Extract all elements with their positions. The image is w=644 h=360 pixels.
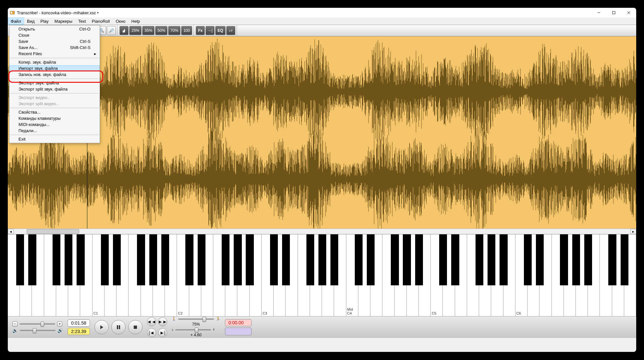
speed-35[interactable]: 35%: [142, 26, 155, 35]
speed-25[interactable]: 25%: [129, 26, 142, 35]
piano-keyboard[interactable]: C1C2C3MidC4C5C6: [8, 234, 636, 316]
white-key[interactable]: [322, 234, 334, 316]
white-key[interactable]: [564, 234, 576, 316]
menu-help[interactable]: Help: [129, 18, 143, 25]
speed-70[interactable]: 70%: [168, 26, 180, 35]
white-key[interactable]: [612, 234, 624, 316]
menu-window[interactable]: Окно: [113, 18, 128, 25]
skip-back-button[interactable]: |◄: [147, 328, 156, 337]
white-key[interactable]: [20, 234, 32, 316]
play-button[interactable]: [94, 320, 109, 334]
loop-icon[interactable]: →|: [205, 26, 215, 35]
white-key[interactable]: [129, 234, 141, 316]
white-key[interactable]: [201, 234, 213, 316]
white-key[interactable]: [491, 234, 503, 316]
menu-save-as[interactable]: Save As...Shift-Ctrl-S: [9, 44, 100, 51]
white-key[interactable]: [527, 234, 539, 316]
skip-fwd-button[interactable]: ►|: [158, 328, 167, 337]
menu-close[interactable]: Close: [9, 32, 100, 38]
scroll-thumb[interactable]: [27, 229, 79, 234]
menu-text[interactable]: Text: [75, 18, 89, 25]
white-key[interactable]: [274, 234, 286, 316]
white-key[interactable]: [539, 234, 551, 316]
white-key[interactable]: [250, 234, 262, 316]
white-key[interactable]: [467, 234, 479, 316]
run-icon[interactable]: [119, 26, 129, 35]
white-key[interactable]: [165, 234, 177, 316]
minimize-button[interactable]: [591, 8, 606, 18]
white-key[interactable]: [298, 234, 310, 316]
menu-record-audio[interactable]: Запись нов. звук. файла: [9, 71, 100, 78]
menu-pedals[interactable]: Педали...: [9, 128, 100, 134]
menu-file[interactable]: Файл: [8, 18, 24, 25]
menu-properties[interactable]: Свойства...: [9, 109, 100, 115]
white-key[interactable]: [189, 234, 201, 316]
scroll-left-icon[interactable]: ◄: [8, 229, 14, 234]
close-button[interactable]: [621, 8, 636, 18]
white-key[interactable]: [370, 234, 382, 316]
white-key[interactable]: [443, 234, 455, 316]
waveform-display[interactable]: [8, 36, 636, 229]
white-key[interactable]: [44, 234, 56, 316]
stop-button[interactable]: [128, 320, 142, 334]
white-key[interactable]: [117, 234, 129, 316]
menu-play[interactable]: Play: [38, 18, 52, 25]
waveform-hscroll[interactable]: ◄ ►: [8, 229, 636, 234]
menu-view[interactable]: Вид: [24, 18, 38, 25]
menu-export-split-audio[interactable]: Экспорт split звук. файла: [9, 86, 100, 92]
speed-50[interactable]: 50%: [155, 26, 167, 35]
pause-button[interactable]: [111, 320, 126, 334]
speed-slider[interactable]: 🚶 🏃: [172, 317, 220, 321]
white-key[interactable]: [225, 234, 237, 316]
white-key[interactable]: [153, 234, 165, 316]
menu-open[interactable]: ОткрытьCtrl-O: [9, 26, 100, 32]
volume-slider[interactable]: 🔈 🔊: [12, 328, 63, 333]
scroll-right-icon[interactable]: ►: [630, 229, 636, 234]
menu-copy-audio[interactable]: Копир. звук. файла: [9, 59, 100, 65]
white-key[interactable]: [588, 234, 600, 316]
white-key[interactable]: [479, 234, 491, 316]
white-key[interactable]: [237, 234, 249, 316]
fastforward-button[interactable]: ►►: [158, 317, 167, 326]
menu-save[interactable]: SaveCtrl-S: [9, 38, 100, 44]
white-key[interactable]: [419, 234, 431, 316]
white-key[interactable]: [334, 234, 346, 316]
fx-button[interactable]: Fx: [196, 26, 205, 35]
zoom-out-icon[interactable]: 🔎: [107, 26, 116, 35]
white-key[interactable]: [407, 234, 419, 316]
white-key[interactable]: [68, 234, 80, 316]
white-key[interactable]: [32, 234, 44, 316]
zoom-slider[interactable]: − +: [12, 321, 63, 327]
white-key[interactable]: [624, 234, 636, 316]
menu-import-audio[interactable]: Импорт звук. файла: [9, 65, 100, 71]
white-key[interactable]: [395, 234, 407, 316]
white-key[interactable]: [358, 234, 370, 316]
white-key[interactable]: [105, 234, 117, 316]
menu-keyboard-cmds[interactable]: Команды клавиатуры: [9, 115, 100, 121]
white-key[interactable]: MidC4: [346, 234, 358, 316]
white-key[interactable]: [213, 234, 225, 316]
white-key[interactable]: [80, 234, 92, 316]
white-key[interactable]: [552, 234, 564, 316]
pitch-slider[interactable]: ♭ ♯: [172, 328, 220, 331]
menu-exit[interactable]: Exit: [9, 136, 100, 142]
white-key[interactable]: C3: [262, 234, 274, 316]
white-key[interactable]: [310, 234, 322, 316]
white-key[interactable]: C5: [431, 234, 443, 316]
zoom-out-mini[interactable]: −: [12, 321, 18, 327]
speed-100[interactable]: 100: [181, 26, 192, 35]
menu-midi-cmds[interactable]: MIDI-команды...: [9, 121, 100, 128]
white-key[interactable]: [503, 234, 515, 316]
sharp-flat-icon[interactable]: ♭♯: [226, 26, 235, 35]
white-key[interactable]: [455, 234, 467, 316]
rewind-button[interactable]: ◄◄: [147, 317, 156, 326]
menu-markers[interactable]: Маркеры: [52, 18, 75, 25]
white-key[interactable]: [286, 234, 298, 316]
eq-button[interactable]: EQ: [215, 26, 225, 35]
white-key[interactable]: [141, 234, 153, 316]
white-key[interactable]: C6: [515, 234, 527, 316]
white-key[interactable]: [382, 234, 394, 316]
white-key[interactable]: C1: [93, 234, 105, 316]
white-key[interactable]: [56, 234, 68, 316]
maximize-button[interactable]: [606, 8, 621, 18]
